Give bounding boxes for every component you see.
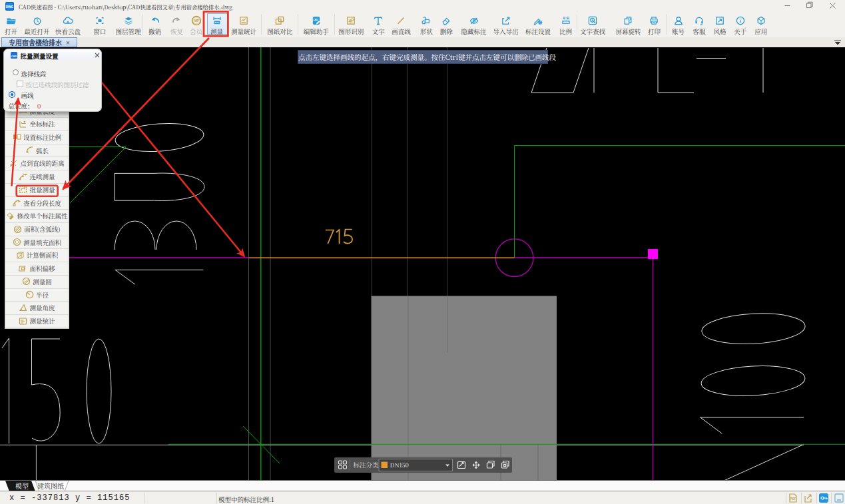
svg-text:A:B: A:B — [563, 16, 569, 20]
svg-text:PDF: PDF — [790, 497, 796, 501]
svg-text:模型: 模型 — [15, 481, 29, 491]
svg-text:建筑图纸: 建筑图纸 — [37, 481, 64, 491]
svg-text:DWG: DWG — [6, 5, 14, 8]
svg-text:CAD: CAD — [313, 19, 318, 21]
svg-text:CAD: CAD — [11, 54, 17, 57]
svg-text:A: A — [591, 19, 593, 22]
